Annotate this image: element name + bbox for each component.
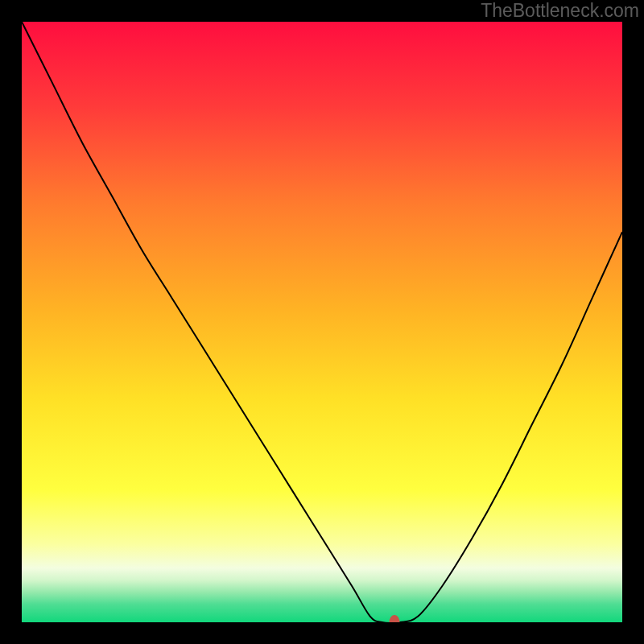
chart-container: TheBottleneck.com <box>0 0 644 644</box>
bottleneck-curve <box>22 22 622 622</box>
plot-area <box>22 22 622 622</box>
watermark-text: TheBottleneck.com <box>481 0 639 22</box>
